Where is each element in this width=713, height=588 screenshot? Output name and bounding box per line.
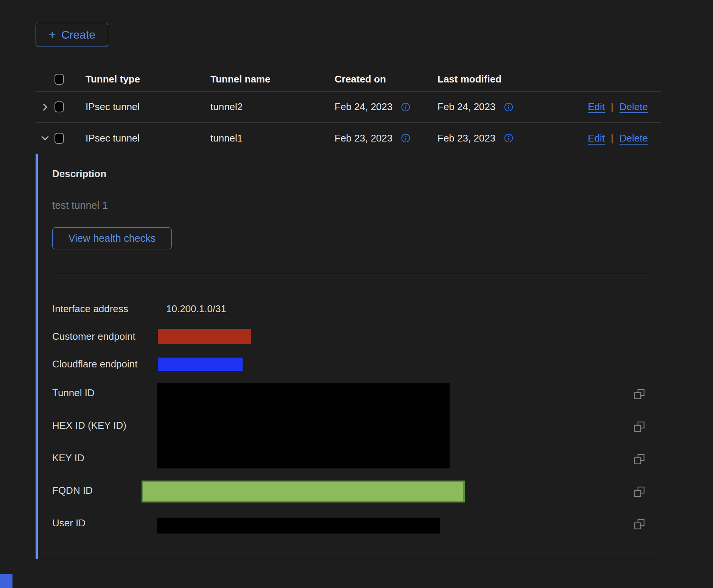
info-icon[interactable] [504,102,514,112]
copy-icon [634,518,646,530]
copy-hex-id-button[interactable] [634,420,646,432]
header-created-on: Created on [335,73,437,85]
info-icon[interactable] [401,133,411,143]
field-label: Customer endpoint [52,331,135,342]
field-key-id: KEY ID [52,452,84,464]
tunnel-type-cell: IPsec tunnel [86,132,210,144]
tunnels-page: + Create Tunnel type Tunnel name Created… [0,0,713,588]
chevron-down-icon [40,134,50,143]
field-label: User ID [52,517,86,529]
field-fqdn-id: FQDN ID [52,485,93,496]
user-id-redaction [157,518,440,534]
field-customer-endpoint: Customer endpoint [52,331,135,342]
last-modified-value: Feb 24, 2023 [437,101,495,113]
chevron-right-icon [40,103,50,112]
customer-endpoint-redaction [158,329,251,344]
fqdn-id-redaction [142,481,465,502]
create-button[interactable]: + Create [36,23,108,47]
copy-icon [634,388,646,400]
info-icon[interactable] [504,133,514,143]
select-all-checkbox[interactable] [54,74,64,85]
row-checkbox[interactable] [54,101,64,112]
field-label: HEX ID (KEY ID) [52,420,126,431]
tunnel-type-cell: IPsec tunnel [86,101,210,113]
field-cloudflare-endpoint: Cloudflare endpoint [52,358,138,370]
collapse-row-button[interactable] [39,132,51,144]
cloudflare-endpoint-redaction [158,358,243,371]
interface-address-value: 10.200.1.0/31 [166,303,226,314]
field-user-id: User ID [52,517,86,529]
expand-row-button[interactable] [39,101,51,113]
delete-link[interactable]: Delete [620,132,648,144]
panel-divider [52,274,648,274]
field-label: FQDN ID [52,485,93,496]
info-icon[interactable] [401,102,411,112]
copy-fqdn-id-button[interactable] [634,485,646,498]
field-label: Tunnel ID [52,387,95,398]
description-label: Description [52,168,106,180]
field-interface-address: Interface address 10.200.1.0/31 [52,303,128,314]
plus-icon: + [48,28,56,41]
copy-icon [634,485,646,498]
field-label: Interface address [52,303,128,314]
row-checkbox[interactable] [54,133,64,144]
copy-tunnel-id-button[interactable] [634,388,646,400]
description-value: test tunnel 1 [52,200,108,212]
field-tunnel-id: Tunnel ID [52,387,95,398]
copy-user-id-button[interactable] [634,518,646,530]
link-separator: | [611,132,613,144]
created-on-value: Feb 23, 2023 [335,132,392,144]
tunnel-details-panel: Description test tunnel 1 View health ch… [36,154,661,559]
tunnel-name-cell: tunnel2 [210,101,335,113]
tunnel-ids-redaction [157,383,450,468]
header-last-modified: Last modified [437,73,544,85]
table-row-tunnel1: IPsec tunnel tunnel1 Feb 23, 2023 Feb 23… [36,123,661,154]
copy-key-id-button[interactable] [634,453,646,465]
link-separator: | [611,101,613,113]
field-hex-id: HEX ID (KEY ID) [52,420,126,431]
create-button-label: Create [61,28,95,41]
edit-link[interactable]: Edit [588,132,605,144]
field-label: Cloudflare endpoint [52,358,138,370]
view-health-checks-button[interactable]: View health checks [52,227,172,249]
created-on-value: Feb 24, 2023 [335,101,392,113]
copy-icon [634,453,646,465]
edit-link[interactable]: Edit [588,101,605,113]
scrollbar-thumb[interactable] [0,574,12,588]
delete-link[interactable]: Delete [620,101,648,113]
header-tunnel-type: Tunnel type [86,73,210,85]
field-label: KEY ID [52,452,84,464]
tunnels-table: Tunnel type Tunnel name Created on Last … [36,67,661,154]
last-modified-value: Feb 23, 2023 [437,132,495,144]
table-header-row: Tunnel type Tunnel name Created on Last … [36,67,661,92]
header-tunnel-name: Tunnel name [210,73,335,85]
copy-icon [634,420,646,432]
tunnel-name-cell: tunnel1 [210,132,335,144]
table-row-tunnel2: IPsec tunnel tunnel2 Feb 24, 2023 Feb 24… [36,92,661,123]
